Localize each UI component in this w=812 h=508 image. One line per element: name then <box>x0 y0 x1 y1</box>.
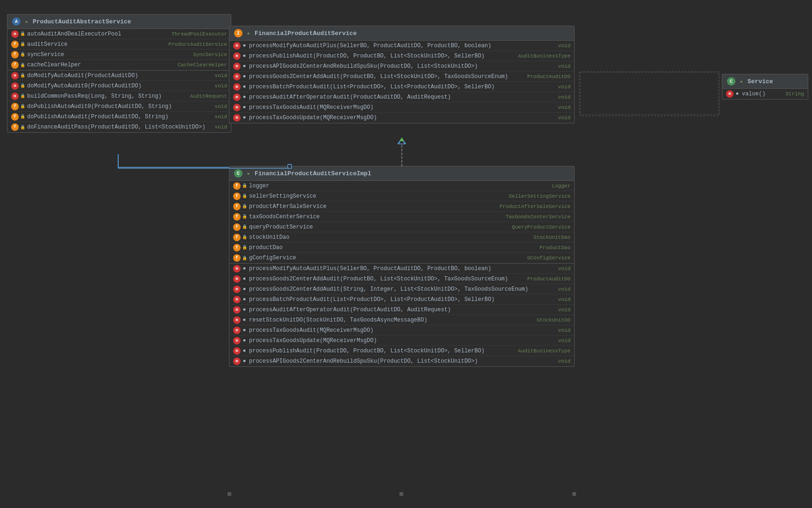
lock-icon: 🔒 <box>20 52 25 57</box>
diagram-canvas: A ■ ProductAuditAbstractService m 🔒 auto… <box>0 0 812 508</box>
f-icon: f <box>233 213 241 221</box>
m-icon: m <box>233 104 241 111</box>
table-row: m ■ processModifyAutoAuditPlus(SellerBO,… <box>229 41 574 51</box>
member-name: processAPIGoods2CenterAndRebuildSpuSku(P… <box>249 358 555 365</box>
product-audit-abstract-service-title: ProductAuditAbstractService <box>33 18 131 25</box>
vis-icon: ■ <box>242 266 247 272</box>
table-row: m ■ processAuditAfterOperatorAudit(Produ… <box>229 305 574 315</box>
table-row: f 🔒 logger Logger <box>229 181 574 191</box>
lock-icon: 🔒 <box>242 224 247 230</box>
member-type: ProductAfterSaleService <box>499 204 570 209</box>
financial-product-audit-service-box: I ■ FinancialProductAuditService m ■ pro… <box>229 26 575 123</box>
f-icon: f <box>11 103 19 110</box>
table-row: f 🔒 gConfigService GConfigService <box>229 253 574 263</box>
table-row: m ■ value() String <box>722 89 808 99</box>
table-row: m ■ processPublishAudit(ProductDO, Produ… <box>229 346 574 356</box>
table-row: m ■ processGoods2CenterAddAudit(ProductB… <box>229 72 574 82</box>
vis-icon: ■ <box>242 115 247 121</box>
lock-icon: 🔒 <box>20 42 25 47</box>
svg-marker-11 <box>399 138 405 144</box>
f-icon: f <box>233 254 241 262</box>
f-icon: f <box>233 193 241 200</box>
header-class-icon: A <box>12 17 21 26</box>
table-row: f 🔒 productAfterSaleService ProductAfter… <box>229 201 574 212</box>
member-type: void <box>558 84 570 90</box>
vis-icon: ■ <box>242 53 247 59</box>
m-icon: m <box>233 316 241 324</box>
table-row: f 🔒 syncService SyncService <box>7 50 231 60</box>
member-name: cacheClearHelper <box>27 62 174 68</box>
m-icon: m <box>233 83 241 91</box>
f-icon: f <box>11 51 19 58</box>
f-icon: f <box>233 244 241 251</box>
table-row: f 🔒 doPublishAutoAudit(ProductAuditDO, S… <box>7 112 231 122</box>
m-icon: m <box>233 337 241 344</box>
lock-icon: 🔒 <box>20 62 25 68</box>
service-title: Service <box>748 78 773 85</box>
m-icon: m <box>233 327 241 334</box>
table-row: m ■ processTaxGoodsUpdate(MQReceiverMsgD… <box>229 113 574 123</box>
member-type: ProductAuditDO <box>527 74 570 79</box>
table-row: m ■ processAPIGoods2CenterAndRebuildSpuS… <box>229 61 574 72</box>
table-row: f 🔒 auditService ProductAuditService <box>7 39 231 50</box>
f-icon: f <box>11 123 19 131</box>
table-row: m 🔒 doModifyAutoAudit0(ProductAuditDO) v… <box>7 81 231 91</box>
lock-icon: 🔒 <box>20 31 25 37</box>
m-icon: m <box>233 275 241 283</box>
m-icon: m <box>233 93 241 101</box>
member-name: queryProductService <box>249 224 508 230</box>
member-type: void <box>215 124 227 130</box>
financial-product-audit-service-impl-box: C ■ FinancialProductAuditServiceImpl f 🔒… <box>229 166 575 367</box>
m-icon: m <box>233 347 241 355</box>
vis-icon: ■ <box>242 64 247 69</box>
service-header: C ■ Service <box>722 74 808 89</box>
vis-icon: ■ <box>242 358 247 364</box>
member-name: syncService <box>27 51 189 58</box>
lock-icon: 🔒 <box>20 83 25 89</box>
methods-section: m ■ processModifyAutoAuditPlus(SellerBO,… <box>229 41 574 123</box>
lock-icon: 🔒 <box>242 235 247 240</box>
m-icon: m <box>233 286 241 293</box>
m-icon: m <box>233 265 241 272</box>
member-name: processModifyAutoAuditPlus(SellerBO, Pro… <box>249 43 555 49</box>
member-type: ThreadPoolExecutor <box>171 31 227 37</box>
member-type: void <box>558 338 570 343</box>
member-type: ProductAuditService <box>169 42 227 47</box>
lock-icon: 🔒 <box>242 214 247 220</box>
header-class-icon: C <box>234 169 242 178</box>
f-icon: f <box>11 113 19 121</box>
m-icon: m <box>233 73 241 80</box>
m-icon: m <box>233 63 241 70</box>
member-type: void <box>558 286 570 292</box>
table-row: m ■ processTaxGoodsUpdate(MQReceiverMsgD… <box>229 336 574 346</box>
member-name: doModifyAutoAudit0(ProductAuditDO) <box>27 83 211 89</box>
lock-icon: 🔒 <box>242 204 247 209</box>
member-name: processPublishAudit(ProductDO, ProductBO… <box>249 53 514 59</box>
header-class-icon: C <box>727 77 735 86</box>
member-type: void <box>215 73 227 79</box>
f-icon: f <box>233 203 241 210</box>
lock-icon: 🔒 <box>20 114 25 120</box>
methods-section: m ■ value() String <box>722 89 808 99</box>
header-sub-icon: ■ <box>738 78 745 85</box>
member-name: productAfterSaleService <box>249 203 496 210</box>
member-name: processAuditAfterOperatorAudit(ProductAu… <box>249 307 555 313</box>
member-type: void <box>558 328 570 333</box>
member-name: gConfigService <box>249 255 524 261</box>
m-icon: m <box>233 296 241 303</box>
vis-icon: ■ <box>734 91 740 97</box>
table-row: f 🔒 doPublishAutoAudit0(ProductAuditDO, … <box>7 101 231 112</box>
table-row: f 🔒 sellerSettingService SellerSettingSe… <box>229 191 574 201</box>
vis-icon: ■ <box>242 317 247 323</box>
fields-section: m 🔒 autoAuditAndDealExecutorPool ThreadP… <box>7 29 231 70</box>
vis-icon: ■ <box>242 348 247 354</box>
vis-icon: ■ <box>242 328 247 333</box>
member-name: processTaxGoodsUpdate(MQReceiverMsgDO) <box>249 337 555 344</box>
member-type: AuditBusinessType <box>518 53 570 59</box>
member-type: void <box>558 266 570 272</box>
member-type: StockUnitDO <box>536 317 570 323</box>
vis-icon: ■ <box>242 338 247 343</box>
header-sub-icon: ■ <box>23 18 30 25</box>
member-type: void <box>558 115 570 121</box>
lock-icon: 🔒 <box>242 183 247 189</box>
